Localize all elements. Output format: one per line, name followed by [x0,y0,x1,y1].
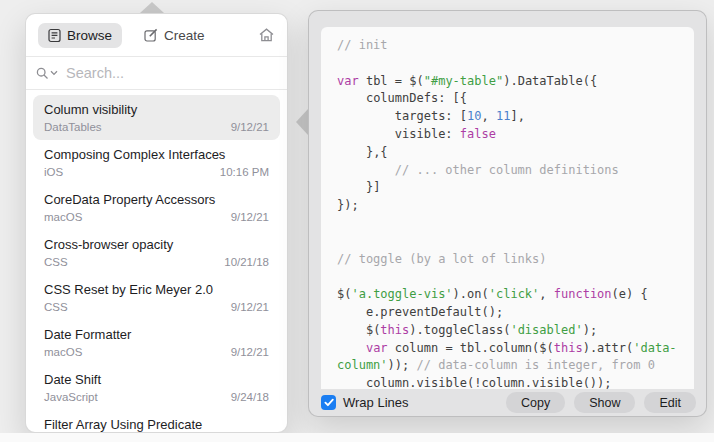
show-button[interactable]: Show [574,392,635,413]
search-bar [26,57,287,90]
snippet-title: Date Shift [44,371,269,388]
code-content: // init var tbl = $("#my-table").DataTab… [321,27,694,389]
list-item[interactable]: CoreData Property Accessors macOS 9/12/2… [33,185,280,230]
snippet-date: 9/24/18 [231,391,269,403]
edit-button[interactable]: Edit [644,392,696,413]
copy-button[interactable]: Copy [506,392,565,413]
create-tab[interactable]: Create [144,28,205,43]
snippet-date: 9/12/21 [231,346,269,358]
screen: Browse Create [0,0,714,442]
snippet-list: Column visibility DataTables 9/12/21 Com… [26,90,287,433]
snippet-title: Cross-browser opacity [44,236,269,253]
snippet-title: Composing Complex Interfaces [44,146,269,163]
list-item[interactable]: Filter Array Using Predicate [33,410,280,433]
list-item[interactable]: CSS Reset by Eric Meyer 2.0 CSS 9/12/21 [33,275,280,320]
toolbar-buttons: Copy Show Edit [506,392,696,413]
snippet-date: 9/12/21 [231,211,269,223]
snippet-title: Column visibility [44,101,269,118]
preview-toolbar: Wrap Lines Copy Show Edit [309,389,706,416]
create-tab-label: Create [164,28,205,43]
snippet-category: JavaScript [44,391,98,403]
checkmark-icon [324,398,334,407]
list-item[interactable]: Cross-browser opacity CSS 10/21/18 [33,230,280,275]
preview-popover-arrow [296,109,308,135]
browse-tab-label: Browse [67,28,112,43]
snippet-category: macOS [44,211,82,223]
snippet-title: CoreData Property Accessors [44,191,269,208]
snippet-date: 9/12/21 [231,301,269,313]
snippet-title: CSS Reset by Eric Meyer 2.0 [44,281,269,298]
snippet-category: DataTables [44,121,102,133]
browse-tab[interactable]: Browse [38,23,122,48]
snippet-title: Filter Array Using Predicate [44,416,269,433]
snippet-category: macOS [44,346,82,358]
snippet-title: Date Formatter [44,326,269,343]
code-viewer[interactable]: // init var tbl = $("#my-table").DataTab… [321,27,694,389]
snippet-date: 10:16 PM [220,166,269,178]
search-input[interactable] [62,65,277,81]
home-icon [258,27,275,43]
search-icon[interactable] [36,67,58,80]
browse-header: Browse Create [26,14,287,57]
list-item[interactable]: Composing Complex Interfaces iOS 10:16 P… [33,140,280,185]
home-button[interactable] [258,27,275,43]
browse-popover: Browse Create [25,13,288,433]
list-item[interactable]: Date Shift JavaScript 9/24/18 [33,365,280,410]
document-icon [48,28,61,43]
page-bottom-strip [0,433,714,442]
snippet-category: CSS [44,256,68,268]
snippet-category: iOS [44,166,63,178]
snippet-category: CSS [44,301,68,313]
preview-popover: // init var tbl = $("#my-table").DataTab… [308,10,707,417]
list-item[interactable]: Date Formatter macOS 9/12/21 [33,320,280,365]
list-item[interactable]: Column visibility DataTables 9/12/21 [33,95,280,140]
snippet-date: 9/12/21 [231,121,269,133]
wrap-lines-checkbox[interactable] [321,395,336,410]
compose-icon [144,28,158,42]
wrap-lines-label: Wrap Lines [343,395,409,410]
chevron-down-icon [50,70,58,76]
browse-popover-arrow [140,2,164,13]
snippet-date: 10/21/18 [224,256,269,268]
